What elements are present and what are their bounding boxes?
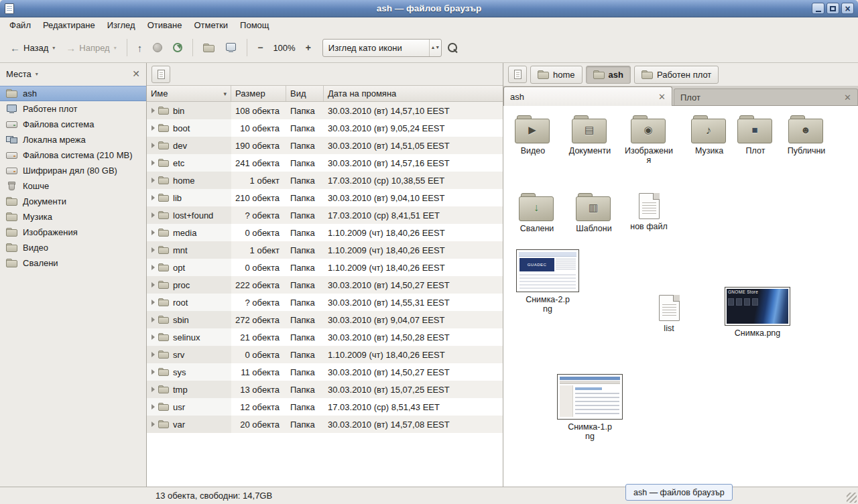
file-snimka-2[interactable]: GUADEC Снимка-2.png (513, 249, 583, 314)
column-header-name[interactable]: Име ▾ (147, 86, 231, 101)
file-row[interactable]: srv 0 обекта Папка 1.10.2009 (чт) 18,40,… (147, 346, 503, 363)
expander-icon[interactable] (151, 247, 155, 253)
places-item[interactable]: Видео (0, 240, 146, 255)
file-row[interactable]: etc 241 обекта Папка 30.03.2010 (вт) 14,… (147, 154, 503, 172)
expander-icon[interactable] (151, 334, 155, 340)
expander-icon[interactable] (151, 125, 155, 131)
file-row[interactable]: lost+found ? обекта Папка 17.03.2010 (ср… (147, 206, 503, 224)
expander-icon[interactable] (151, 265, 155, 270)
resize-grip[interactable] (847, 493, 857, 503)
file-row[interactable]: dev 190 обекта Папка 30.03.2010 (вт) 14,… (147, 137, 503, 154)
expander-icon[interactable] (151, 352, 155, 357)
menu-item[interactable]: Отиване (141, 19, 188, 32)
expander-icon[interactable] (151, 230, 155, 235)
column-header-type[interactable]: Вид (286, 86, 324, 101)
folder-templates[interactable]: Шаблони (568, 193, 620, 233)
places-item[interactable]: ash (0, 86, 146, 101)
folder-desktop[interactable]: Плот (734, 115, 777, 155)
tab-close-icon[interactable]: ✕ (844, 93, 851, 102)
column-header-date[interactable]: Дата на промяна (324, 86, 503, 101)
places-item[interactable]: Изображения (0, 225, 146, 240)
folder-public[interactable]: Публични (780, 115, 833, 155)
file-row[interactable]: media 0 обекта Папка 1.10.2009 (чт) 18,4… (147, 224, 503, 241)
expander-icon[interactable] (151, 300, 155, 305)
location-toggle-button[interactable] (508, 66, 527, 83)
places-item[interactable]: Работен плот (0, 101, 146, 117)
file-row[interactable]: root ? обекта Папка 30.03.2010 (вт) 14,5… (147, 294, 503, 311)
zoom-in-button[interactable]: + (301, 40, 316, 56)
expander-icon[interactable] (151, 108, 155, 113)
expander-icon[interactable] (151, 195, 155, 200)
back-dropdown-icon[interactable]: ▾ (52, 45, 55, 51)
file-new-file[interactable]: нов файл (623, 193, 675, 231)
places-item[interactable]: Локална мрежа (0, 132, 146, 147)
file-list[interactable]: list (650, 295, 688, 333)
column-header-size[interactable]: Размер (231, 86, 286, 101)
minimize-button[interactable] (812, 3, 824, 14)
tab-close-icon[interactable]: ✕ (658, 92, 666, 101)
expander-icon[interactable] (151, 317, 155, 322)
places-item[interactable]: Файлова система (210 MB) (0, 147, 146, 163)
file-row[interactable]: sbin 272 обекта Папка 30.03.2010 (вт) 9,… (147, 311, 503, 328)
folder-documents[interactable]: Документи (561, 115, 619, 155)
forward-button[interactable]: → Напред ▾ (61, 40, 121, 56)
places-item[interactable]: Документи (0, 194, 146, 209)
window-list-button[interactable]: ash — файлов браузър (625, 484, 733, 501)
file-row[interactable]: selinux 21 обекта Папка 30.03.2010 (вт) … (147, 328, 503, 346)
back-button[interactable]: ← Назад ▾ (5, 40, 60, 56)
expander-icon[interactable] (151, 282, 155, 288)
tab-plot[interactable]: Плот ✕ (674, 88, 858, 105)
view-mode-select[interactable]: Изглед като икони ▲▼ (322, 39, 442, 57)
file-row[interactable]: opt 0 обекта Папка 1.10.2009 (чт) 18,40,… (147, 259, 503, 276)
file-row[interactable]: lib 210 обекта Папка 30.03.2010 (вт) 9,0… (147, 189, 503, 206)
menu-item[interactable]: Помощ (234, 19, 275, 32)
expander-icon[interactable] (151, 160, 155, 166)
file-snimka-1[interactable]: Снимка-1.png (553, 374, 627, 442)
titlebar[interactable]: ash — файлов браузър × (0, 0, 858, 17)
file-row[interactable]: bin 108 обекта Папка 30.03.2010 (вт) 14,… (147, 102, 503, 119)
file-row[interactable]: var 20 обекта Папка 30.03.2010 (вт) 14,5… (147, 416, 503, 433)
expander-icon[interactable] (151, 143, 155, 148)
search-button[interactable] (443, 40, 463, 56)
folder-downloads[interactable]: Свалени (510, 193, 564, 233)
path-button-home[interactable]: home (530, 66, 583, 84)
places-selector-arrow-icon[interactable]: ▾ (36, 71, 38, 77)
file-row[interactable]: home 1 обект Папка 17.03.2010 (ср) 10,38… (147, 172, 503, 189)
home-button[interactable] (198, 40, 219, 56)
folder-video[interactable]: Видео (507, 115, 558, 155)
expander-icon[interactable] (151, 387, 155, 392)
icon-view-canvas[interactable]: Видео Документи Изображения Музика Плот … (503, 106, 858, 487)
file-row[interactable]: usr 12 обекта Папка 17.03.2010 (ср) 8,51… (147, 398, 503, 416)
file-row[interactable]: sys 11 обекта Папка 30.03.2010 (вт) 14,5… (147, 363, 503, 381)
expander-icon[interactable] (151, 178, 155, 183)
places-close-icon[interactable]: ✕ (132, 69, 140, 78)
reload-button[interactable] (168, 40, 187, 56)
location-toggle-button[interactable] (151, 66, 170, 83)
menu-item[interactable]: Редактиране (37, 19, 101, 32)
places-item[interactable]: Музика (0, 209, 146, 225)
file-row[interactable]: tmp 13 обекта Папка 30.03.2010 (вт) 15,0… (147, 381, 503, 398)
close-button[interactable]: × (841, 3, 854, 14)
folder-music[interactable]: Музика (683, 115, 735, 155)
menu-item[interactable]: Отметки (188, 19, 234, 32)
path-button-desktop[interactable]: Работен плот (634, 66, 719, 84)
menu-item[interactable]: Файл (3, 19, 37, 32)
places-item[interactable]: Свалени (0, 255, 146, 271)
expander-icon[interactable] (151, 422, 155, 427)
tab-ash[interactable]: ash ✕ (503, 86, 672, 106)
places-item[interactable]: Кошче (0, 178, 146, 194)
expander-icon[interactable] (151, 369, 155, 375)
spinner-arrows-icon[interactable]: ▲▼ (429, 40, 441, 56)
folder-pictures[interactable]: Изображения (624, 115, 674, 166)
file-row[interactable]: boot 10 обекта Папка 30.03.2010 (вт) 9,0… (147, 119, 503, 137)
file-row[interactable]: proc 222 обекта Папка 30.03.2010 (вт) 14… (147, 276, 503, 294)
places-item[interactable]: Шифриран дял (80 GB) (0, 163, 146, 178)
maximize-button[interactable] (826, 3, 839, 14)
menu-item[interactable]: Изглед (101, 19, 141, 32)
path-button-ash[interactable]: ash (586, 66, 631, 84)
up-button[interactable]: ↑ (133, 40, 147, 56)
computer-button[interactable] (221, 40, 241, 56)
expander-icon[interactable] (151, 212, 155, 218)
file-row[interactable]: mnt 1 обект Папка 1.10.2009 (чт) 18,40,2… (147, 241, 503, 259)
file-snimka[interactable]: GNOME Store Снимка.png (721, 287, 794, 338)
